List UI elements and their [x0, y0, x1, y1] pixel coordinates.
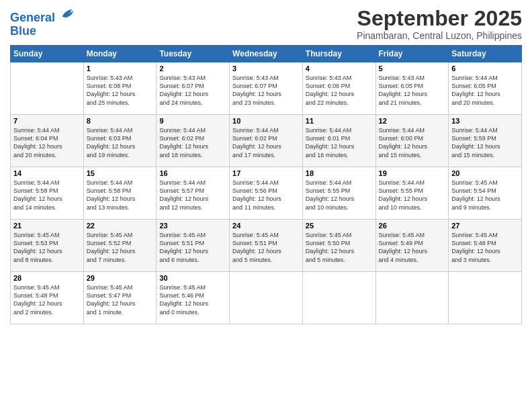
- calendar-week-5: 28Sunrise: 5:45 AMSunset: 5:48 PMDayligh…: [11, 272, 522, 324]
- day-number: 3: [232, 64, 300, 73]
- day-number: 2: [159, 64, 226, 73]
- calendar-table: Sunday Monday Tuesday Wednesday Thursday…: [10, 45, 522, 324]
- logo-line2: Blue: [10, 25, 75, 38]
- page: General Blue September 2025 Pinambaran, …: [0, 0, 532, 411]
- day-number: 17: [232, 169, 300, 177]
- calendar-cell: 13Sunrise: 5:44 AMSunset: 5:59 PMDayligh…: [449, 115, 522, 167]
- day-number: 6: [451, 64, 519, 73]
- day-info: Sunrise: 5:45 AMSunset: 5:47 PMDaylight:…: [87, 283, 154, 316]
- day-number: 27: [451, 222, 519, 230]
- day-number: 13: [451, 117, 519, 125]
- day-info: Sunrise: 5:44 AMSunset: 5:55 PMDaylight:…: [306, 179, 373, 212]
- day-info: Sunrise: 5:44 AMSunset: 5:58 PMDaylight:…: [87, 179, 154, 212]
- day-number: 4: [306, 64, 373, 73]
- logo-line1: General: [10, 9, 75, 25]
- header-row: Sunday Monday Tuesday Wednesday Thursday…: [11, 46, 522, 62]
- day-info: Sunrise: 5:45 AMSunset: 5:51 PMDaylight:…: [232, 231, 300, 264]
- day-number: 9: [159, 117, 226, 125]
- day-number: 26: [379, 222, 446, 230]
- day-number: 18: [306, 169, 373, 177]
- day-number: 14: [13, 169, 81, 177]
- calendar-cell: 3Sunrise: 5:43 AMSunset: 6:07 PMDaylight…: [230, 62, 303, 115]
- calendar-cell: 30Sunrise: 5:45 AMSunset: 5:46 PMDayligh…: [157, 272, 230, 324]
- calendar-cell: 24Sunrise: 5:45 AMSunset: 5:51 PMDayligh…: [230, 220, 303, 272]
- logo-general: General: [10, 11, 55, 24]
- day-info: Sunrise: 5:44 AMSunset: 6:01 PMDaylight:…: [306, 126, 373, 159]
- calendar-cell: [375, 272, 449, 324]
- col-sunday: Sunday: [11, 46, 84, 62]
- calendar-cell: 25Sunrise: 5:45 AMSunset: 5:50 PMDayligh…: [302, 220, 375, 272]
- day-info: Sunrise: 5:44 AMSunset: 5:55 PMDaylight:…: [379, 179, 446, 212]
- calendar-cell: 14Sunrise: 5:44 AMSunset: 5:58 PMDayligh…: [11, 167, 84, 220]
- calendar-cell: 16Sunrise: 5:44 AMSunset: 5:57 PMDayligh…: [157, 167, 230, 220]
- day-info: Sunrise: 5:45 AMSunset: 5:46 PMDaylight:…: [159, 283, 226, 316]
- calendar-header: Sunday Monday Tuesday Wednesday Thursday…: [11, 46, 522, 62]
- day-info: Sunrise: 5:43 AMSunset: 6:06 PMDaylight:…: [306, 74, 373, 107]
- calendar-cell: 4Sunrise: 5:43 AMSunset: 6:06 PMDaylight…: [302, 62, 375, 115]
- col-monday: Monday: [83, 46, 157, 62]
- calendar-week-1: 1Sunrise: 5:43 AMSunset: 6:08 PMDaylight…: [11, 62, 522, 115]
- calendar-week-3: 14Sunrise: 5:44 AMSunset: 5:58 PMDayligh…: [11, 167, 522, 220]
- col-wednesday: Wednesday: [230, 46, 303, 62]
- calendar-cell: 26Sunrise: 5:45 AMSunset: 5:49 PMDayligh…: [375, 220, 449, 272]
- calendar-cell: 11Sunrise: 5:44 AMSunset: 6:01 PMDayligh…: [302, 115, 375, 167]
- calendar-cell: 2Sunrise: 5:43 AMSunset: 6:07 PMDaylight…: [157, 62, 230, 115]
- day-info: Sunrise: 5:45 AMSunset: 5:48 PMDaylight:…: [13, 283, 81, 316]
- day-info: Sunrise: 5:44 AMSunset: 6:04 PMDaylight:…: [13, 126, 81, 159]
- calendar-cell: 8Sunrise: 5:44 AMSunset: 6:03 PMDaylight…: [83, 115, 157, 167]
- calendar-cell: [449, 272, 522, 324]
- day-info: Sunrise: 5:44 AMSunset: 6:02 PMDaylight:…: [232, 126, 300, 159]
- calendar-cell: 15Sunrise: 5:44 AMSunset: 5:58 PMDayligh…: [83, 167, 157, 220]
- calendar-cell: 5Sunrise: 5:43 AMSunset: 6:05 PMDaylight…: [375, 62, 449, 115]
- day-number: 29: [87, 274, 154, 282]
- day-number: 8: [87, 117, 154, 125]
- day-info: Sunrise: 5:43 AMSunset: 6:07 PMDaylight:…: [159, 74, 226, 107]
- col-saturday: Saturday: [449, 46, 522, 62]
- day-info: Sunrise: 5:45 AMSunset: 5:52 PMDaylight:…: [87, 231, 154, 264]
- calendar-cell: 23Sunrise: 5:45 AMSunset: 5:51 PMDayligh…: [157, 220, 230, 272]
- day-info: Sunrise: 5:45 AMSunset: 5:54 PMDaylight:…: [451, 179, 519, 212]
- day-number: 15: [87, 169, 154, 177]
- day-number: 20: [451, 169, 519, 177]
- day-info: Sunrise: 5:45 AMSunset: 5:50 PMDaylight:…: [306, 231, 373, 264]
- day-number: 19: [379, 169, 446, 177]
- day-number: 16: [159, 169, 226, 177]
- calendar-cell: 19Sunrise: 5:44 AMSunset: 5:55 PMDayligh…: [375, 167, 449, 220]
- day-info: Sunrise: 5:44 AMSunset: 5:58 PMDaylight:…: [13, 179, 81, 212]
- day-number: 11: [306, 117, 373, 125]
- day-number: 24: [232, 222, 300, 230]
- title-block: September 2025 Pinambaran, Central Luzon…: [357, 7, 522, 41]
- logo-bird-icon: [60, 7, 75, 21]
- day-info: Sunrise: 5:44 AMSunset: 5:57 PMDaylight:…: [159, 179, 226, 212]
- day-info: Sunrise: 5:44 AMSunset: 5:56 PMDaylight:…: [232, 179, 300, 212]
- calendar-cell: 27Sunrise: 5:45 AMSunset: 5:48 PMDayligh…: [449, 220, 522, 272]
- calendar-cell: [302, 272, 375, 324]
- day-number: 5: [379, 64, 446, 73]
- calendar-cell: 12Sunrise: 5:44 AMSunset: 6:00 PMDayligh…: [375, 115, 449, 167]
- calendar-cell: 10Sunrise: 5:44 AMSunset: 6:02 PMDayligh…: [230, 115, 303, 167]
- header: General Blue September 2025 Pinambaran, …: [10, 7, 522, 41]
- day-info: Sunrise: 5:44 AMSunset: 6:05 PMDaylight:…: [451, 74, 519, 107]
- month-title: September 2025: [357, 7, 522, 30]
- calendar-cell: 6Sunrise: 5:44 AMSunset: 6:05 PMDaylight…: [449, 62, 522, 115]
- calendar-cell: 7Sunrise: 5:44 AMSunset: 6:04 PMDaylight…: [11, 115, 84, 167]
- calendar-cell: 1Sunrise: 5:43 AMSunset: 6:08 PMDaylight…: [83, 62, 157, 115]
- calendar-cell: 22Sunrise: 5:45 AMSunset: 5:52 PMDayligh…: [83, 220, 157, 272]
- day-number: 1: [87, 64, 154, 73]
- calendar-body: 1Sunrise: 5:43 AMSunset: 6:08 PMDaylight…: [11, 62, 522, 324]
- calendar-cell: [11, 62, 84, 115]
- day-info: Sunrise: 5:44 AMSunset: 6:00 PMDaylight:…: [379, 126, 446, 159]
- calendar-cell: 18Sunrise: 5:44 AMSunset: 5:55 PMDayligh…: [302, 167, 375, 220]
- calendar-cell: [230, 272, 303, 324]
- day-number: 22: [87, 222, 154, 230]
- calendar-cell: 20Sunrise: 5:45 AMSunset: 5:54 PMDayligh…: [449, 167, 522, 220]
- day-info: Sunrise: 5:44 AMSunset: 6:03 PMDaylight:…: [87, 126, 154, 159]
- day-number: 12: [379, 117, 446, 125]
- calendar-week-2: 7Sunrise: 5:44 AMSunset: 6:04 PMDaylight…: [11, 115, 522, 167]
- logo: General Blue: [10, 9, 75, 38]
- day-number: 25: [306, 222, 373, 230]
- day-info: Sunrise: 5:45 AMSunset: 5:48 PMDaylight:…: [451, 231, 519, 264]
- day-info: Sunrise: 5:45 AMSunset: 5:49 PMDaylight:…: [379, 231, 446, 264]
- day-number: 21: [13, 222, 81, 230]
- day-number: 10: [232, 117, 300, 125]
